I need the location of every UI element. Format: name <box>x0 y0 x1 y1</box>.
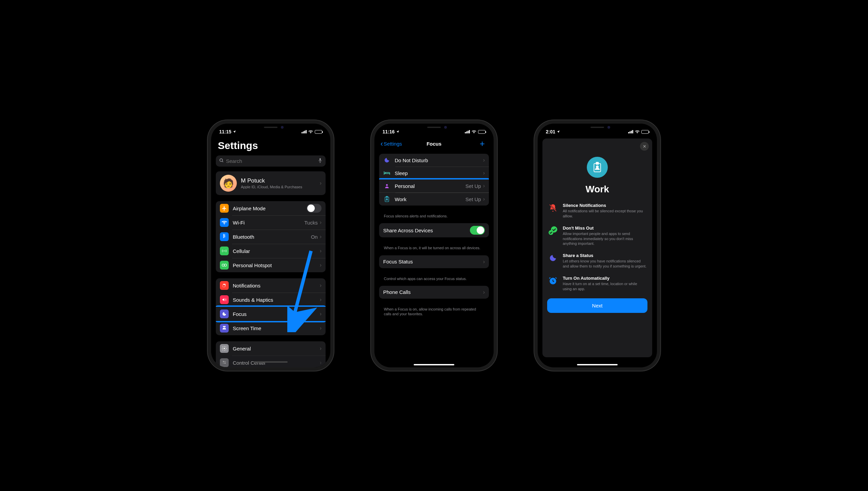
focus-label: Focus <box>233 311 320 317</box>
svg-point-4 <box>222 264 224 266</box>
chevron-icon: › <box>320 345 322 351</box>
battery-charging-icon <box>641 130 649 134</box>
status-label: Focus Status <box>383 259 483 264</box>
focus-setup-highlight: Personal Set Up › Work Set Up › <box>379 178 489 206</box>
chevron-icon: › <box>483 259 485 265</box>
svg-point-5 <box>224 264 227 266</box>
chevron-icon: › <box>320 248 322 254</box>
feature-title: Share a Status <box>563 253 647 258</box>
wifi-icon <box>635 129 640 134</box>
svg-rect-7 <box>223 285 225 287</box>
battery-icon <box>478 130 485 134</box>
home-indicator[interactable] <box>414 364 454 365</box>
work-cell[interactable]: Work Set Up › <box>379 192 489 206</box>
chevron-icon: › <box>320 311 322 317</box>
control-center-label: Control Center <box>233 360 320 366</box>
location-icon <box>557 129 560 134</box>
bed-icon <box>383 169 391 177</box>
hotspot-label: Personal Hotspot <box>233 262 320 268</box>
chevron-icon: › <box>483 183 485 189</box>
battery-icon <box>315 130 322 134</box>
general-cell[interactable]: General › <box>216 341 326 356</box>
svg-point-12 <box>225 363 225 363</box>
hotspot-icon <box>220 261 229 270</box>
back-button[interactable]: ‹ Settings <box>380 140 402 148</box>
moon-fill-icon <box>548 253 558 263</box>
general-icon <box>220 344 229 353</box>
share-cell[interactable]: Share Across Devices <box>379 223 489 237</box>
chevron-icon: › <box>320 219 322 226</box>
scroll-indicator <box>254 361 288 363</box>
mic-icon[interactable] <box>318 158 322 164</box>
feature-share-status: Share a Status Let others know you have … <box>547 253 647 269</box>
personal-label: Personal <box>395 183 466 189</box>
feature-silence: Silence Notifications All notifications … <box>547 203 647 219</box>
location-icon <box>396 129 399 134</box>
screentime-label: Screen Time <box>233 325 320 331</box>
share-footer: When a Focus is on, it will be turned on… <box>379 243 489 255</box>
chevron-left-icon: ‹ <box>380 140 383 148</box>
notch <box>410 124 458 131</box>
wifi-icon <box>472 129 476 134</box>
signal-icon <box>628 130 633 133</box>
profile-name: M Potuck <box>241 177 320 184</box>
svg-rect-2 <box>319 158 321 161</box>
share-toggle[interactable] <box>470 226 485 235</box>
airplane-toggle[interactable] <box>307 204 322 213</box>
focus-highlight: Focus › <box>216 305 326 322</box>
work-action: Set Up <box>466 196 481 202</box>
general-label: General <box>233 346 320 351</box>
screentime-cell[interactable]: Screen Time › <box>216 321 326 335</box>
cellular-icon <box>220 247 229 255</box>
share-label: Share Across Devices <box>383 228 470 233</box>
phone-settings: 11:15 Settings 🧑 <box>211 124 330 367</box>
chevron-icon: › <box>320 297 322 303</box>
feature-title: Turn On Automatically <box>563 276 647 281</box>
cellular-cell[interactable]: Cellular › <box>216 244 326 258</box>
status-time: 11:15 <box>219 129 231 134</box>
focus-cell[interactable]: Focus › <box>216 307 326 321</box>
notifications-cell[interactable]: Notifications › <box>216 278 326 293</box>
svg-point-21 <box>596 166 598 168</box>
status-cell[interactable]: Focus Status › <box>379 255 489 268</box>
feature-auto: Turn On Automatically Have it turn on at… <box>547 276 647 292</box>
wifi-cell[interactable]: Wi-Fi Tucks › <box>216 215 326 230</box>
home-indicator[interactable] <box>577 364 618 365</box>
page-title: Settings <box>216 136 326 155</box>
control-center-icon <box>220 358 229 367</box>
sleep-cell[interactable]: Sleep › <box>379 167 489 179</box>
bluetooth-cell[interactable]: Bluetooth On › <box>216 230 326 244</box>
chevron-icon: › <box>320 360 322 366</box>
alarm-icon <box>548 276 558 286</box>
chevron-icon: › <box>483 157 485 163</box>
svg-point-10 <box>223 361 224 362</box>
add-button[interactable]: + <box>480 138 488 149</box>
work-badge-icon <box>587 157 608 178</box>
calls-cell[interactable]: Phone Calls › <box>379 286 489 299</box>
sounds-label: Sounds & Haptics <box>233 297 320 303</box>
personal-cell[interactable]: Personal Set Up › <box>379 179 489 192</box>
work-label: Work <box>395 196 466 202</box>
feature-title: Silence Notifications <box>563 203 647 208</box>
search-icon <box>219 158 224 164</box>
search-input[interactable] <box>226 158 318 164</box>
next-button[interactable]: Next <box>547 298 647 313</box>
close-button[interactable]: ✕ <box>640 142 649 151</box>
feature-desc: Let others know you have notifications s… <box>563 259 647 269</box>
nav-title: Focus <box>427 141 441 147</box>
chevron-icon: › <box>320 282 322 289</box>
apple-id-cell[interactable]: 🧑 M Potuck Apple ID, iCloud, Media & Pur… <box>216 171 326 195</box>
dnd-label: Do Not Disturb <box>395 157 483 163</box>
sounds-cell[interactable]: Sounds & Haptics › <box>216 293 326 307</box>
sounds-icon <box>220 295 229 304</box>
search-bar[interactable] <box>216 155 326 167</box>
dnd-cell[interactable]: Do Not Disturb › <box>379 154 489 167</box>
phone-focus-list: 11:16 ‹ Settings Focus + Do Not Disturb … <box>374 124 494 367</box>
chevron-icon: › <box>483 196 485 202</box>
work-setup-modal: ✕ Work Silence Notifications All notific… <box>542 138 652 357</box>
airplane-cell[interactable]: Airplane Mode <box>216 201 326 215</box>
chevron-icon: › <box>320 234 322 240</box>
chevron-icon: › <box>320 262 322 268</box>
hotspot-cell[interactable]: Personal Hotspot › <box>216 258 326 272</box>
calls-label: Phone Calls <box>383 289 483 295</box>
